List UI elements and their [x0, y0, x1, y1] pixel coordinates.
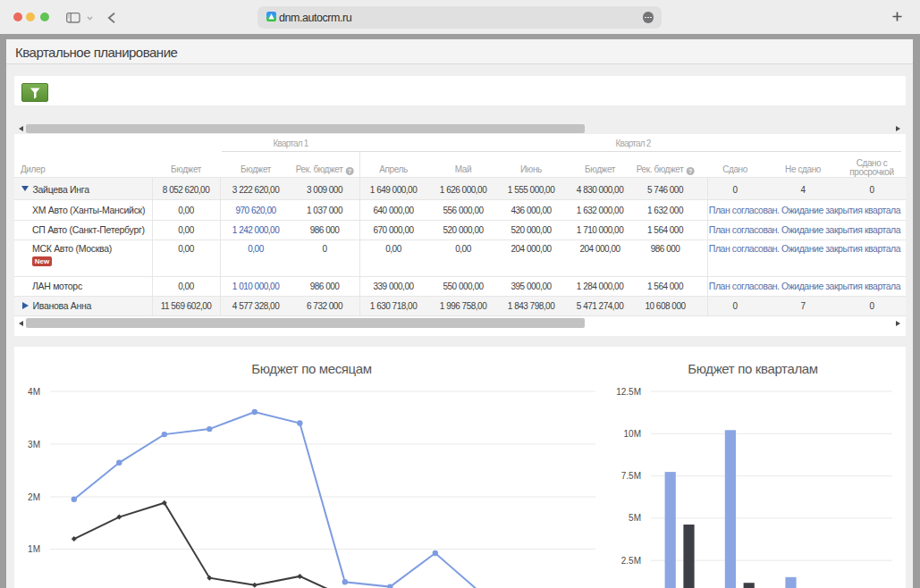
svg-text:12.5M: 12.5M [616, 387, 641, 397]
svg-text:7.5M: 7.5M [621, 471, 641, 481]
svg-text:1M: 1M [28, 544, 40, 554]
svg-text:2.5M: 2.5M [621, 556, 641, 566]
svg-text:10M: 10M [624, 429, 641, 439]
svg-text:5M: 5M [629, 513, 641, 523]
svg-text:2M: 2M [28, 492, 40, 502]
svg-text:4M: 4M [28, 387, 40, 397]
svg-text:3M: 3M [28, 440, 40, 449]
